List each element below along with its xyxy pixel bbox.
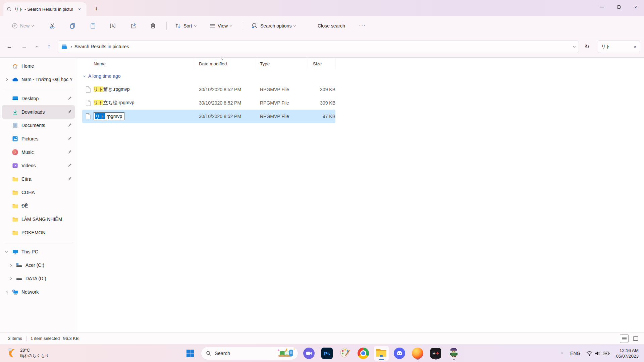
explorer-tab[interactable]: リト - Search Results in picture × [3,2,87,16]
desktop-screen: リト - Search Results in picture × + × New [0,0,644,362]
file-type: RPGMVP File [255,114,308,119]
sidebar-item-de[interactable]: ĐỀ [2,199,75,213]
details-view-button[interactable] [620,334,629,343]
tab-bar: リト - Search Results in picture × + × [0,0,644,16]
view-icon [209,23,215,28]
photoshop-button[interactable]: Ps [320,346,334,361]
start-button[interactable] [183,346,198,361]
taskbar: 28°C 晴れのちくもり Search [0,344,644,362]
chevron-down-icon [293,24,296,26]
column-header-date-modified[interactable]: Date modified [194,58,255,69]
close-window-button[interactable]: × [627,0,644,14]
new-button[interactable]: New [9,19,37,33]
search-box-value[interactable]: リト [601,44,634,50]
sidebar-item-network[interactable]: Network [2,285,75,299]
search-options-button[interactable]: Search options [248,19,299,33]
chevron-right-icon[interactable] [5,291,7,293]
sidebar-item-downloads[interactable]: Downloads [2,105,75,119]
plus-circle-icon [12,23,18,29]
rpg-game-button[interactable] [446,346,461,361]
address-dropdown-icon[interactable] [573,45,576,47]
chevron-down-icon [32,24,34,26]
sidebar-item-desktop[interactable]: Desktop [2,92,75,105]
sidebar-item-onedrive[interactable]: Nam - Trường Đại học Y [2,73,75,86]
forward-button[interactable]: → [18,41,30,53]
close-search-button[interactable]: Close search [315,19,348,33]
back-button[interactable]: ← [3,41,15,53]
new-tab-button[interactable]: + [91,4,101,14]
network-volume-battery-group[interactable] [585,347,611,360]
chevron-right-icon[interactable] [9,277,11,280]
sidebar-item-pokemon[interactable]: POKEMON [2,226,75,239]
rename-button[interactable]: A [106,19,120,33]
sidebar-item-cdha[interactable]: CDHA [2,186,75,199]
paste-button[interactable] [86,19,100,33]
sidebar-item-pictures[interactable]: Pictures [2,132,75,145]
file-row[interactable]: リト立ち絵.rpgmvp 30/10/2020 8:52 PM RPGMVP F… [82,96,335,110]
selection-size: 96.3 KB [63,336,78,341]
chrome-button[interactable] [356,346,371,361]
copy-button[interactable] [66,19,80,33]
collapse-group-icon[interactable] [83,74,86,77]
up-button[interactable]: ↑ [43,41,55,53]
sidebar-item-lam-sang-nhiem[interactable]: LÂM SÀNG NHIỄM [2,213,75,226]
pin-icon [67,96,72,102]
firefox-button[interactable] [410,346,425,361]
language-indicator[interactable]: ENG [568,347,583,360]
address-field[interactable]: Search Results in pictures [58,40,579,53]
file-row-selected[interactable]: リト.rpgmvp 30/10/2020 8:52 PM RPGMVP File… [82,110,335,123]
sidebar-item-this-pc[interactable]: This PC [2,245,75,258]
weather-widget[interactable]: 28°C 晴れのちくもり [3,346,52,360]
sidebar-item-home[interactable]: Home [2,59,75,73]
maximize-button[interactable] [610,0,627,14]
file-date: 30/10/2020 8:52 PM [194,114,255,119]
share-icon [130,22,137,29]
sort-button[interactable]: Sort [172,19,199,33]
file-row[interactable]: リト驚き.rpgmvp 30/10/2020 8:52 PM RPGMVP Fi… [82,83,335,96]
sidebar-item-drive-c[interactable]: Acer (C:) [2,258,75,272]
group-header[interactable]: A long time ago [84,69,644,83]
sidebar-separator [3,89,73,89]
sidebar-item-music[interactable]: ♪ Music [2,145,75,159]
file-explorer-button[interactable] [374,346,389,361]
sidebar-item-videos[interactable]: Videos [2,159,75,172]
discord-button[interactable] [392,346,407,361]
folder-icon [11,217,19,222]
rename-input[interactable]: リト.rpgmvp [94,112,124,120]
more-options-icon: ··· [359,22,366,29]
chevron-right-icon[interactable] [9,264,11,266]
column-header-type[interactable]: Type [255,58,308,69]
chevron-right-icon[interactable] [5,78,7,80]
paint-button[interactable] [338,346,353,361]
sidebar-item-label: Home [21,63,75,69]
taskbar-search-box[interactable]: Search [201,347,298,360]
photoshop-icon: Ps [321,348,333,359]
column-header-name[interactable]: Name [82,58,194,69]
tab-close-icon[interactable]: × [76,6,83,13]
sidebar-item-documents[interactable]: Documents [2,119,75,132]
minimize-button[interactable] [594,0,610,14]
refresh-button[interactable]: ↻ [581,41,593,53]
share-button[interactable] [126,19,140,33]
chevron-down-icon[interactable] [5,250,7,252]
clear-search-icon[interactable]: × [634,44,636,49]
view-button[interactable]: View [206,19,235,33]
plus-plus-app-button[interactable]: ++ [428,346,443,361]
delete-button[interactable] [146,19,160,33]
cut-button[interactable] [46,19,60,33]
weather-icon [6,347,17,359]
breadcrumb[interactable]: Search Results in pictures [74,44,129,49]
sidebar-item-citra[interactable]: Citra [2,172,75,186]
recent-locations-button[interactable] [31,41,43,53]
video-call-app-button[interactable] [302,346,316,361]
wifi-icon [586,351,593,356]
search-box[interactable]: リト × [598,40,640,53]
column-header-size[interactable]: Size [308,58,335,69]
minimize-icon [600,7,604,7]
sidebar-item-drive-d[interactable]: DATA (D:) [2,272,75,285]
hidden-icons-button[interactable] [558,347,566,360]
more-options-button[interactable]: ··· [355,19,369,33]
clock[interactable]: 12:16 AM 05/07/2023 [613,348,641,359]
large-icons-view-button[interactable] [631,334,640,343]
svg-text:A: A [111,24,114,28]
